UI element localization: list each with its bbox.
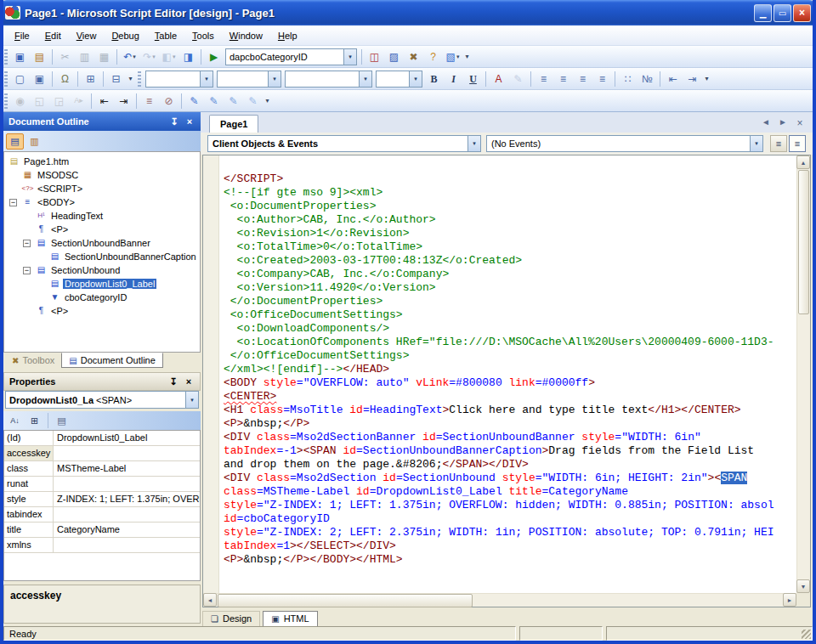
- start-icon[interactable]: ▶: [204, 48, 224, 65]
- font-color-icon[interactable]: A: [489, 71, 508, 88]
- vertical-scrollbar[interactable]: ▲ ▼: [796, 155, 810, 593]
- toolbar-overflow-chevron[interactable]: ▾: [462, 48, 472, 65]
- menu-debug[interactable]: Debug: [104, 28, 146, 43]
- toolbar-grip[interactable]: [4, 93, 8, 109]
- save-all-icon[interactable]: ▤: [30, 48, 49, 65]
- outline-item-1[interactable]: ▦MSODSC: [4, 168, 200, 182]
- underline-icon[interactable]: U: [463, 71, 483, 88]
- chevron-down-icon[interactable]: ▾: [185, 392, 198, 408]
- bold-icon[interactable]: B: [424, 71, 444, 88]
- outline-item-3[interactable]: −≡<BODY>: [4, 195, 200, 209]
- remove-list-icon[interactable]: ⊘: [159, 93, 178, 110]
- toolbar-overflow-chevron[interactable]: ▾: [263, 93, 272, 110]
- list-icon[interactable]: ≡: [139, 93, 159, 110]
- justify-icon[interactable]: ≡: [592, 71, 612, 88]
- help-icon[interactable]: ?: [423, 48, 443, 65]
- tab-document-outline[interactable]: ▤ Document Outline: [61, 353, 163, 368]
- object-combo[interactable]: Client Objects & Events ▾: [207, 135, 481, 152]
- script-outline-icon[interactable]: ▧▾: [443, 48, 462, 65]
- insert-server-script-icon[interactable]: ✎: [204, 93, 224, 110]
- chevron-down-icon[interactable]: ▾: [343, 49, 356, 65]
- verify-script-icon[interactable]: ✎: [243, 93, 263, 110]
- indent-icon[interactable]: ⇥: [114, 93, 133, 110]
- close-icon[interactable]: ×: [183, 376, 195, 387]
- code-editor[interactable]: </SCRIPT><!--[if gte mso 9]><xml> <o:Doc…: [202, 155, 811, 607]
- code-content[interactable]: </SCRIPT><!--[if gte mso 9]><xml> <o:Doc…: [224, 172, 796, 592]
- collapse-expander-icon[interactable]: −: [23, 267, 31, 274]
- tab-toolbox[interactable]: ✖ Toolbox: [5, 353, 61, 368]
- properties-object-selector[interactable]: DropdownList0_La <SPAN> ▾: [5, 391, 199, 409]
- tab-html[interactable]: ▣ HTML: [263, 611, 317, 627]
- close-document-icon[interactable]: ×: [794, 117, 806, 129]
- edit-script-icon[interactable]: ✎: [224, 93, 243, 110]
- outline-item-6[interactable]: −▤SectionUnboundBanner: [4, 236, 200, 250]
- menu-tools[interactable]: Tools: [184, 28, 222, 43]
- chevron-down-icon[interactable]: ▾: [200, 71, 212, 87]
- outline-item-10[interactable]: ▼cboCategoryID: [4, 291, 200, 304]
- font-size-combo[interactable]: ▾: [285, 71, 372, 88]
- navigate-forward-icon[interactable]: ◨: [178, 48, 198, 65]
- script-outline-button[interactable]: ▥: [26, 133, 43, 150]
- horizontal-scrollbar-thumb[interactable]: [218, 594, 473, 607]
- lock-elements-icon[interactable]: Ω: [55, 71, 75, 88]
- property-row-xmlns[interactable]: xmlns: [4, 538, 200, 553]
- toolbar-grip[interactable]: [138, 71, 141, 87]
- chevron-down-icon[interactable]: ▾: [750, 136, 762, 151]
- show-grid-icon[interactable]: ⊞: [81, 71, 100, 88]
- member-combo[interactable]: dapcboCategoryID▾: [225, 48, 357, 65]
- outline-item-5[interactable]: ¶<P>: [4, 223, 200, 236]
- italic-icon[interactable]: I: [444, 71, 463, 88]
- close-button[interactable]: ×: [793, 4, 811, 22]
- insert-client-script-icon[interactable]: ✎: [184, 93, 204, 110]
- property-row-id[interactable]: (Id)DropdownList0_Label: [4, 431, 200, 446]
- horizontal-scrollbar[interactable]: ◄ ►: [203, 593, 796, 607]
- numbering-icon[interactable]: №: [638, 71, 657, 88]
- chevron-down-icon[interactable]: ▾: [409, 71, 422, 87]
- close-icon[interactable]: ×: [184, 116, 196, 127]
- align-right-icon[interactable]: ≡: [573, 71, 592, 88]
- property-row-title[interactable]: titleCategoryName: [4, 523, 200, 538]
- chevron-down-icon[interactable]: ▾: [359, 71, 371, 87]
- font-name-combo[interactable]: ▾: [217, 71, 281, 88]
- scroll-left-icon[interactable]: ◄: [203, 593, 217, 607]
- outline-item-11[interactable]: ¶<P>: [4, 304, 200, 318]
- customize-icon[interactable]: ✖: [404, 48, 423, 65]
- bullets-icon[interactable]: ∷: [618, 71, 638, 88]
- menu-window[interactable]: Window: [222, 28, 270, 43]
- outline-item-2[interactable]: <?><SCRIPT>: [4, 182, 200, 195]
- event-combo[interactable]: (No Events) ▾: [486, 135, 763, 152]
- increase-indent-icon[interactable]: ⇥: [683, 71, 702, 88]
- property-row-style[interactable]: styleZ-INDEX: 1; LEFT: 1.375in; OVERFL: [4, 492, 200, 507]
- display-borders-icon[interactable]: ▢: [10, 71, 30, 88]
- collapse-expander-icon[interactable]: −: [9, 199, 17, 206]
- outline-item-7[interactable]: ▤SectionUnboundBannerCaption: [4, 250, 200, 263]
- chevron-down-icon[interactable]: ▾: [468, 136, 480, 151]
- vertical-scrollbar-thumb[interactable]: [798, 170, 809, 314]
- menu-table[interactable]: Table: [147, 28, 184, 43]
- property-row-runat[interactable]: runat: [4, 477, 200, 492]
- menu-file[interactable]: File: [7, 28, 37, 43]
- script-only-view-button[interactable]: ≡: [770, 135, 787, 152]
- scroll-right-icon[interactable]: ►: [783, 593, 796, 607]
- pin-icon[interactable]: ↧: [168, 116, 180, 127]
- resize-grip[interactable]: [802, 630, 811, 639]
- tab-page1[interactable]: Page1: [209, 115, 258, 133]
- display-details-icon[interactable]: ▣: [30, 71, 49, 88]
- menu-edit[interactable]: Edit: [37, 28, 69, 43]
- property-row-class[interactable]: classMSTheme-Label: [4, 461, 200, 477]
- minimize-button[interactable]: ▁: [754, 4, 772, 22]
- decrease-indent-icon[interactable]: ⇤: [663, 71, 683, 88]
- outline-item-4[interactable]: H¹HeadingText: [4, 209, 200, 223]
- html-outline-button[interactable]: ▤: [6, 133, 24, 150]
- full-document-view-button[interactable]: ≡: [789, 135, 806, 152]
- property-pages-icon[interactable]: ▨: [384, 48, 404, 65]
- collapse-expander-icon[interactable]: −: [23, 240, 31, 247]
- property-row-accesskey[interactable]: accesskey: [4, 446, 200, 461]
- sort-categorized-button[interactable]: ⊞: [26, 413, 43, 429]
- outdent-icon[interactable]: ⇤: [94, 93, 114, 110]
- selection-margin[interactable]: [203, 155, 219, 593]
- undo-icon[interactable]: ↶▾: [120, 48, 139, 65]
- scroll-tabs-left-icon[interactable]: ◄: [760, 117, 772, 129]
- pin-icon[interactable]: ↧: [167, 376, 179, 387]
- scroll-tabs-right-icon[interactable]: ►: [777, 117, 789, 129]
